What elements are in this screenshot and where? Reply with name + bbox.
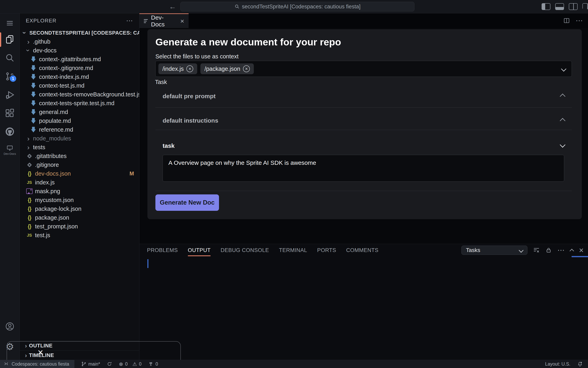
account-icon [5, 322, 15, 331]
context-files-input[interactable]: /index.js×/package.json× [156, 61, 572, 77]
toggle-primary-sidebar-icon[interactable] [542, 3, 551, 10]
settings-button[interactable]: ⚙ [0, 340, 20, 354]
menu-button[interactable] [0, 16, 20, 30]
file-row[interactable]: › dev-docs [20, 46, 139, 55]
explorer-more-icon[interactable]: ⋯ [126, 17, 133, 25]
accordion-default-pre-prompt[interactable]: default pre prompt [163, 93, 216, 100]
customize-layout-icon[interactable] [582, 3, 588, 9]
remote-indicator[interactable]: Codespaces: cautious fiesta [0, 360, 74, 368]
error-icon: ⊗ [119, 362, 123, 367]
remote-icon [4, 361, 9, 367]
ports-count: 0 [156, 361, 158, 367]
file-row[interactable]: context-tests-sprite.test.js.md [20, 99, 139, 108]
file-row[interactable]: populate.md [20, 116, 139, 125]
panel-tab-ports[interactable]: PORTS [317, 247, 336, 253]
panel-tab-terminal[interactable]: TERMINAL [279, 247, 307, 253]
js-icon: JS [27, 233, 32, 238]
tasks-dropdown[interactable]: Tasks [461, 246, 527, 255]
file-row[interactable]: JS test.js [20, 231, 139, 239]
tree-root-row[interactable]: › SECONDTESTSPRITEAI [CODESPACES: CAUTIO… [20, 28, 139, 37]
bell-icon[interactable] [577, 361, 583, 367]
panel-tab-comments[interactable]: COMMENTS [346, 247, 379, 253]
file-row[interactable]: context-test.js.md [20, 81, 139, 90]
account-button[interactable] [0, 319, 20, 334]
command-center-search[interactable]: secondTestSpriteAI [Codespaces: cautious… [180, 2, 414, 11]
file-row[interactable]: › .github [20, 37, 139, 46]
file-row[interactable]: {} dev-docs.json M [20, 169, 139, 178]
list-icon [144, 18, 148, 24]
sync-status[interactable] [107, 361, 112, 367]
chevron-down-icon[interactable] [562, 67, 566, 72]
ports-status[interactable]: 0 [148, 361, 158, 367]
problems-status[interactable]: ⊗ 0 ⚠ 0 [119, 361, 141, 367]
panel-scrollbar[interactable] [572, 256, 588, 257]
accordion-default-instructions[interactable]: default instructions [163, 117, 218, 124]
file-row[interactable]: {} package.json [20, 213, 139, 222]
close-icon[interactable]: × [180, 17, 184, 25]
chevron-down-icon[interactable] [560, 143, 565, 147]
sidebar-item-extensions[interactable] [0, 104, 20, 122]
sidebar-item-run-debug[interactable] [0, 86, 20, 104]
lock-icon[interactable] [545, 247, 552, 253]
file-row[interactable]: › tests [20, 143, 139, 152]
page-title: Generate a new document for your repo [156, 37, 341, 48]
chevron-right-icon: › [25, 144, 31, 151]
file-row[interactable]: context-index.js.md [20, 72, 139, 81]
file-row[interactable]: {} package-lock.json [20, 204, 139, 213]
file-row[interactable]: JS index.js [20, 178, 139, 187]
close-panel-icon[interactable]: × [579, 246, 584, 254]
accordion-task[interactable]: task [163, 142, 175, 149]
chevron-down-icon [519, 248, 524, 253]
markdown-icon [31, 65, 36, 71]
file-row[interactable]: {} test_prompt.json [20, 222, 139, 231]
context-chip[interactable]: /package.json× [200, 63, 254, 74]
file-row[interactable]: .gitattributes [20, 152, 139, 160]
generate-new-doc-button[interactable]: Generate New Doc [156, 194, 219, 211]
remove-chip-icon[interactable]: × [186, 65, 193, 72]
back-icon[interactable]: ← [169, 2, 176, 11]
file-row[interactable]: mask.png [20, 187, 139, 196]
file-row[interactable]: general.md [20, 108, 139, 116]
sidebar-item-source-control[interactable]: 1 [0, 67, 20, 86]
tab-dev-docs[interactable]: Dev-Docs × [139, 13, 189, 28]
sidebar-item-github[interactable] [0, 122, 20, 141]
chevron-up-icon[interactable] [560, 94, 565, 99]
panel-tab-problems[interactable]: PROBLEMS [147, 247, 178, 253]
timeline-section-header[interactable]: › TIMELINE [20, 350, 139, 360]
output-cursor [147, 259, 148, 268]
git-branch-icon [81, 361, 86, 367]
toggle-panel-icon[interactable] [555, 3, 564, 10]
dev-docs-webview: Generate a new document for your repo Se… [139, 28, 588, 244]
file-row[interactable]: context-.gitignore.md [20, 64, 139, 72]
generate-doc-card: Generate a new document for your repo Se… [147, 29, 582, 219]
files-icon [5, 35, 15, 45]
outline-section-header[interactable]: › OUTLINE [20, 341, 139, 350]
remove-chip-icon[interactable]: × [243, 65, 250, 72]
sidebar-item-dev-docs[interactable]: Dev-Docs [0, 141, 20, 159]
clear-output-icon[interactable] [533, 247, 540, 254]
file-row[interactable]: context-tests-removeBackground.test.js..… [20, 90, 139, 99]
editor-more-icon[interactable]: ⋯ [576, 16, 583, 25]
sidebar-item-explorer[interactable] [0, 30, 20, 49]
file-row[interactable]: › node_modules [20, 134, 139, 143]
split-editor-icon[interactable] [563, 17, 570, 24]
maximize-panel-icon[interactable] [570, 249, 574, 253]
context-chip[interactable]: /index.js× [158, 63, 197, 74]
markdown-icon [31, 127, 36, 132]
file-row[interactable]: .gitignore [20, 160, 139, 169]
toggle-secondary-sidebar-icon[interactable] [569, 3, 578, 10]
branch-status[interactable]: main* [81, 361, 100, 367]
task-input[interactable]: A Overview page on why the Sprite AI SDK… [163, 155, 564, 182]
panel-tab-output[interactable]: OUTPUT [188, 247, 211, 253]
sidebar-item-search[interactable] [0, 49, 20, 67]
panel-tab-debug-console[interactable]: DEBUG CONSOLE [220, 247, 269, 253]
gear-icon: ⚙ [5, 342, 14, 352]
file-row[interactable]: context-.gitattributes.md [20, 55, 139, 64]
panel-more-icon[interactable]: ⋯ [557, 246, 565, 254]
activity-bar: 1 Dev-Docs ⚙ [0, 13, 20, 360]
timeline-label: TIMELINE [29, 352, 54, 359]
layout-label[interactable]: Layout: U.S. [545, 361, 570, 367]
chevron-up-icon[interactable] [560, 119, 565, 124]
file-row[interactable]: reference.md [20, 125, 139, 134]
file-row[interactable]: {} mycustom.json [20, 196, 139, 204]
